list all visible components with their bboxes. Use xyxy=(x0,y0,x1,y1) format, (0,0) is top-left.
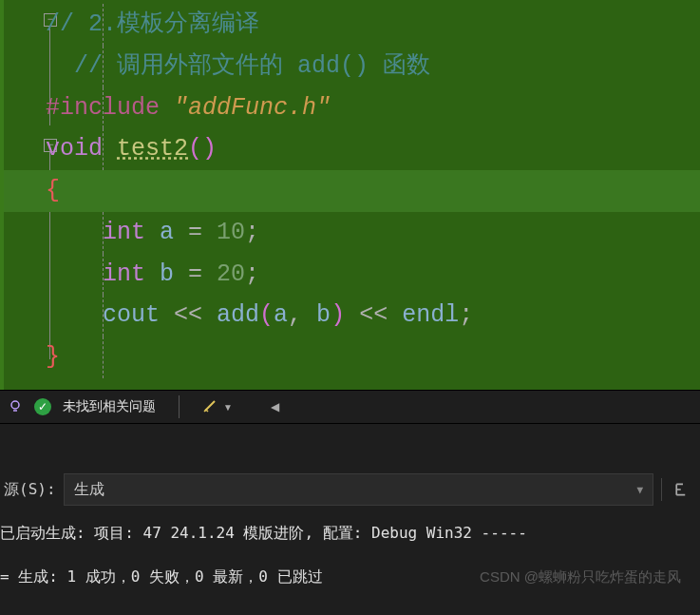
variable: a xyxy=(160,219,174,246)
broom-icon[interactable] xyxy=(202,398,218,416)
brace: { xyxy=(46,177,60,204)
issues-bar: ✓ 未找到相关问题 ▼ ◀ xyxy=(0,390,700,424)
filter-label: 源(S): xyxy=(4,480,56,500)
output-panel: 源(S): 生成 ▼ 已启动生成: 项目: 47 24.1.24 模版进阶, 配… xyxy=(0,424,700,615)
chevron-down-icon[interactable]: ▼ xyxy=(223,402,233,413)
comment-text: // 调用外部文件的 add() 函数 xyxy=(74,52,430,80)
type-keyword: int xyxy=(103,219,145,246)
keyword: void xyxy=(46,135,103,163)
select-value: 生成 xyxy=(74,480,104,500)
check-circle-icon: ✓ xyxy=(34,398,51,415)
chevron-down-icon: ▼ xyxy=(636,484,643,496)
play-back-icon[interactable]: ◀ xyxy=(271,400,279,413)
identifier: cout xyxy=(103,301,160,329)
code-line[interactable]: // 2.模板分离编译 xyxy=(46,4,700,46)
goto-line-icon[interactable] xyxy=(670,476,696,503)
paren: ( xyxy=(188,135,202,163)
lightbulb-icon[interactable] xyxy=(8,399,23,414)
number-literal: 10 xyxy=(217,219,245,246)
svg-point-0 xyxy=(11,401,19,409)
output-filter-row: 源(S): 生成 ▼ xyxy=(0,470,700,509)
paren: ) xyxy=(202,135,217,163)
identifier: endl xyxy=(402,301,459,329)
function-call: add xyxy=(217,301,259,329)
code-line[interactable]: } xyxy=(46,336,700,378)
code-line[interactable]: int b = 20; xyxy=(46,254,700,296)
include-file: "addFunc.h" xyxy=(174,94,331,122)
code-line[interactable]: void test2() xyxy=(46,128,700,170)
code-line[interactable]: // 调用外部文件的 add() 函数 xyxy=(46,46,700,87)
brace: } xyxy=(46,343,60,371)
divider xyxy=(179,395,180,418)
code-line[interactable]: cout << add(a, b) << endl; xyxy=(46,295,700,336)
output-line: = 生成: 1 成功，0 失败，0 最新，0 已跳过 xyxy=(0,563,700,591)
code-editor[interactable]: − − // 2.模板分离编译 // 调用外部文件的 add() 函数 #inc… xyxy=(0,0,700,390)
comment-text: // 2.模板分离编译 xyxy=(46,10,259,38)
variable: b xyxy=(160,260,174,288)
code-line-highlighted[interactable]: { xyxy=(0,170,700,212)
output-source-select[interactable]: 生成 ▼ xyxy=(64,473,653,506)
output-line: 已启动生成: 项目: 47 24.1.24 模版进阶, 配置: Debug Wi… xyxy=(0,519,700,548)
divider xyxy=(661,478,662,501)
issues-status-text: 未找到相关问题 xyxy=(63,398,156,415)
code-line[interactable]: int a = 10; xyxy=(46,212,700,254)
output-text[interactable]: 已启动生成: 项目: 47 24.1.24 模版进阶, 配置: Debug Wi… xyxy=(0,509,700,602)
type-keyword: int xyxy=(103,260,145,288)
code-line[interactable]: #include "addFunc.h" xyxy=(46,87,700,129)
number-literal: 20 xyxy=(217,260,245,288)
function-name: test2 xyxy=(117,135,188,163)
